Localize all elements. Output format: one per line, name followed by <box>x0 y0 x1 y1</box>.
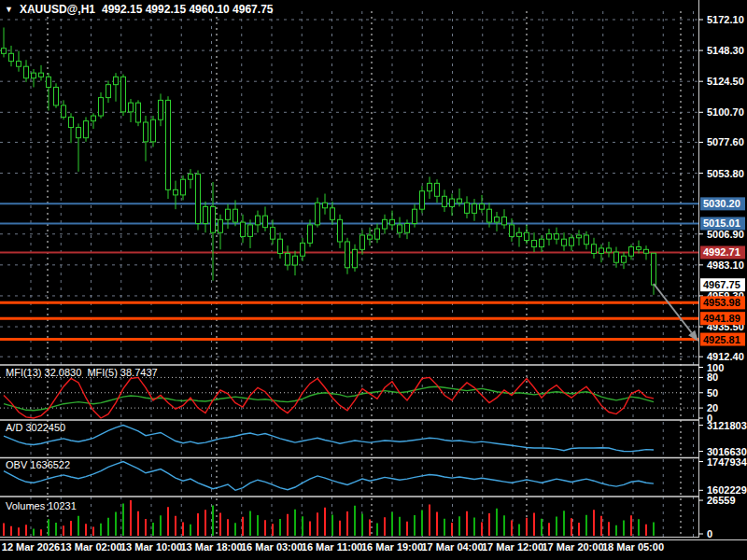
candle-body <box>32 73 36 78</box>
candle-body <box>614 252 619 262</box>
candle-body <box>428 183 432 190</box>
candle-body <box>181 179 186 195</box>
candle-body <box>136 103 141 122</box>
candle-body <box>331 208 335 220</box>
candle-body <box>562 239 567 245</box>
price-badge-label: 5015.01 <box>703 217 740 229</box>
time-axis-label[interactable]: 13 Mar 02:00 <box>60 541 121 553</box>
candle-body <box>189 175 193 180</box>
candle-body <box>129 103 134 112</box>
candle-body <box>114 77 119 84</box>
volumes-indicator-label: Volumes 10231 <box>6 500 77 511</box>
candle-body <box>637 247 641 250</box>
candle-body <box>599 248 604 254</box>
candle-body <box>278 239 283 253</box>
candle-body <box>570 238 574 245</box>
candle-body <box>47 77 51 87</box>
volume-tick-label: 0 <box>707 528 712 539</box>
candle-body <box>2 49 7 54</box>
candle-body <box>17 62 21 67</box>
candle-body <box>77 128 81 138</box>
ad-indicator-label: A/D 3022450 <box>6 422 65 433</box>
candle-body <box>323 203 328 208</box>
candle-body <box>540 239 544 246</box>
candle-body <box>652 253 656 285</box>
candle-body <box>383 219 388 229</box>
candle-body <box>398 225 402 232</box>
candle-body <box>106 85 111 98</box>
price-tick-label: 5100.70 <box>707 106 744 118</box>
time-axis-label[interactable]: 12 Mar 2026 <box>2 541 60 553</box>
price-badge-label: 4941.89 <box>703 313 740 324</box>
price-tick-label: 5148.30 <box>707 45 744 56</box>
candle-body <box>62 105 66 118</box>
time-axis-label[interactable]: 13 Mar 18:00 <box>180 541 242 553</box>
candle-body <box>555 234 559 240</box>
candle-body <box>375 229 380 239</box>
candle-body <box>54 87 59 105</box>
candle-body <box>226 209 231 219</box>
candle-body <box>24 66 29 78</box>
candle-body <box>480 204 485 210</box>
candle-body <box>248 225 253 237</box>
candle-body <box>271 228 275 240</box>
candle-body <box>435 183 440 196</box>
candle-body <box>510 225 514 237</box>
mfi-tick-label: 80 <box>707 371 718 383</box>
price-tick-label: 5006.90 <box>707 229 744 240</box>
candle-body <box>241 222 246 236</box>
candle-body <box>413 209 417 223</box>
symbol-collapse-icon[interactable]: ▼ <box>5 4 13 15</box>
time-axis-label[interactable]: 18 Mar 05:00 <box>602 541 664 553</box>
candle-body <box>622 256 627 262</box>
candle-body <box>644 249 649 253</box>
candle-body <box>196 175 201 224</box>
candle-body <box>256 216 261 225</box>
candle-body <box>592 245 597 254</box>
volume-tick-label: 26559 <box>707 495 736 506</box>
candle-body <box>502 217 507 225</box>
candle-body <box>151 119 156 142</box>
price-tick-label: 5053.80 <box>707 168 744 179</box>
time-axis-label[interactable]: 16 Mar 11:00 <box>302 541 362 553</box>
candle-body <box>204 206 208 223</box>
price-tick-label: 4912.40 <box>707 351 744 362</box>
price-badge-label: 5030.20 <box>703 198 740 209</box>
chart-canvas[interactable]: 5172.105148.305124.505100.705077.605053.… <box>0 0 747 560</box>
candle-body <box>263 216 268 228</box>
candle-body <box>607 248 612 252</box>
candle-body <box>166 100 171 189</box>
candle-body <box>286 253 290 265</box>
ohlc-values: 4992.15 4992.15 4960.10 4967.75 <box>102 3 274 16</box>
candle-body <box>92 116 96 121</box>
obv-line <box>4 462 654 491</box>
time-axis-label[interactable]: 13 Mar 10:00 <box>120 541 182 553</box>
candle-body <box>532 241 537 247</box>
candle-body <box>458 199 462 203</box>
candle-body <box>517 232 522 236</box>
mfi-tick-label: 50 <box>707 387 718 399</box>
obv-indicator-label: OBV 1636522 <box>6 459 70 470</box>
mfi-line-mfi5 <box>4 377 654 418</box>
candle-body <box>525 232 529 240</box>
candle-body <box>495 217 500 223</box>
candle-body <box>443 196 447 206</box>
symbol-timeframe: XAUUSD@,H1 <box>20 3 95 16</box>
candle-body <box>308 225 313 243</box>
chart-window: 5172.105148.305124.505100.705077.605053.… <box>0 0 747 560</box>
candle-body <box>218 219 223 232</box>
time-axis-label[interactable]: 17 Mar 20:00 <box>542 541 603 553</box>
time-axis-label[interactable]: 17 Mar 04:00 <box>421 541 483 553</box>
candle-body <box>69 117 74 127</box>
time-axis-label[interactable]: 17 Mar 12:00 <box>482 541 543 553</box>
time-axis-label[interactable]: 16 Mar 19:00 <box>361 541 423 553</box>
candle-body <box>144 122 148 142</box>
candle-body <box>84 121 89 138</box>
trend-arrow-line[interactable] <box>654 284 692 333</box>
price-tick-label: 5077.60 <box>707 136 744 147</box>
candle-body <box>159 100 163 119</box>
candle-body <box>487 209 492 222</box>
time-axis-label[interactable]: 16 Mar 03:00 <box>241 541 303 553</box>
candle-body <box>629 247 634 257</box>
candle-body <box>368 235 373 239</box>
